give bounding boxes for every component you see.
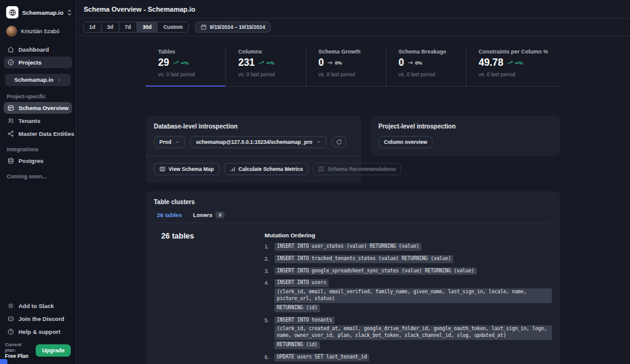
stat-constraints-value: 49.78	[479, 57, 503, 68]
range-button-custom[interactable]: Custom	[157, 22, 188, 32]
sql-returning: RETURNING (id)	[274, 341, 320, 349]
sql-returning: RETURNING (id)	[274, 304, 320, 312]
sql-columns: (clerk_id, created_at, email, google_dri…	[274, 325, 552, 340]
stat-constraints-per-column[interactable]: Constraints per Column % 49.78 ∞% vs. 0 …	[466, 47, 560, 86]
stat-tables[interactable]: Tables 29 ∞% vs. 0 last period	[146, 47, 225, 86]
section-label-project-specific: Project-specific	[4, 90, 72, 101]
trend-up-badge: ∞%	[258, 60, 274, 66]
mutation-item: 4. INSERT INTO users (clerk_id, email, e…	[265, 279, 552, 313]
date-range-picker[interactable]: 9/15/2024 – 10/15/2024	[195, 22, 271, 33]
sidebar-item-tenants[interactable]: Tenants	[4, 115, 72, 127]
slack-icon	[7, 303, 14, 309]
mutation-item: 1. INSERT INTO user_states (value) RETUR…	[265, 243, 552, 252]
chevron-down-icon	[175, 140, 180, 144]
trend-up-badge: ∞%	[507, 60, 523, 66]
sidebar-item-add-to-slack[interactable]: Add to Slack	[4, 300, 72, 312]
section-label-integrations: Integrations	[4, 140, 72, 154]
range-button-3d[interactable]: 3d	[101, 22, 119, 32]
content: Tables 29 ∞% vs. 0 last period Columns 2…	[76, 36, 630, 364]
calendar-icon	[201, 24, 207, 30]
sidebar-item-projects[interactable]: Projects	[4, 57, 72, 68]
sidebar-item-master-data-entities[interactable]: Master Data Entities	[4, 128, 72, 140]
book-icon	[318, 166, 324, 172]
introspection-cards: Database-level introspection Prod schema…	[146, 116, 630, 183]
bar-chart-icon	[229, 166, 236, 172]
sidebar-item-join-discord[interactable]: Join the Discord	[4, 313, 72, 325]
schemamap-logo-icon	[6, 6, 18, 18]
database-introspection-card: Database-level introspection Prod schema…	[146, 116, 361, 183]
env-select[interactable]: Prod	[154, 136, 185, 148]
avatar	[6, 26, 17, 37]
chevron-down-icon	[57, 77, 62, 82]
check-circle-icon	[7, 59, 14, 66]
trend-up-icon	[507, 60, 513, 65]
arrow-right-icon	[327, 60, 333, 65]
range-button-30d[interactable]: 30d	[137, 22, 158, 32]
stat-schema-breakage-value: 0	[399, 57, 404, 68]
filter-bar: 1d 3d 7d 30d Custom 9/15/2024 – 10/15/20…	[76, 18, 630, 36]
sql-statement: INSERT INTO users	[274, 279, 329, 287]
sql-statement: INSERT INTO google_spreadsheet_sync_stat…	[274, 267, 477, 275]
schema-recommendations-button[interactable]: Schema Recommendations	[313, 163, 401, 175]
mutation-item: 5. INSERT INTO tenants (clerk_id, create…	[265, 317, 552, 350]
sidebar-item-help-support[interactable]: Help & support	[4, 326, 72, 338]
trend-up-badge: ∞%	[173, 60, 189, 66]
postgres-icon	[7, 157, 14, 164]
stat-schema-growth-value: 0	[319, 57, 324, 68]
refresh-icon	[336, 139, 342, 145]
sidebar-item-dashboard[interactable]: Dashboard	[4, 44, 72, 55]
calculate-schema-metrics-button[interactable]: Calculate Schema Metrics	[224, 163, 309, 175]
active-stat-indicator	[146, 85, 225, 87]
range-button-1d[interactable]: 1d	[84, 22, 101, 32]
stat-schema-breakage[interactable]: Schema Breakage 0 0% vs. 0 last period	[386, 47, 466, 86]
stats-row: Tables 29 ∞% vs. 0 last period Columns 2…	[146, 47, 560, 87]
sidebar-item-schema-overview[interactable]: Schema Overview	[4, 102, 72, 114]
view-schema-map-button[interactable]: View Schema Map	[154, 163, 220, 175]
stat-columns[interactable]: Columns 231 ∞% vs. 0 last period	[225, 47, 305, 86]
workspace-switcher[interactable]: Schemamap.io	[4, 5, 72, 23]
main-area: Schema Overview - Schemamap.io 1d 3d 7d …	[76, 0, 630, 364]
discord-icon	[7, 315, 14, 322]
page-title: Schema Overview - Schemamap.io	[76, 0, 630, 18]
column-overview-button[interactable]: Column overview	[378, 136, 433, 148]
user-menu[interactable]: Krisztián Szabó	[4, 23, 72, 43]
project-select[interactable]: Schemamap.io	[5, 74, 71, 86]
user-name: Krisztián Szabó	[21, 28, 60, 34]
sql-columns: (clerk_id, email, email_verified, family…	[274, 288, 552, 303]
workspace-name: Schemamap.io	[22, 9, 63, 16]
range-button-7d[interactable]: 7d	[119, 22, 137, 32]
loners-count-badge: 3	[215, 212, 224, 218]
tab-loners[interactable]: Loners 3	[193, 212, 225, 218]
sidebar-item-postgres[interactable]: Postgres	[4, 155, 72, 167]
plan-name: Free Plan	[5, 353, 33, 359]
tab-26-tables[interactable]: 26 tables	[157, 212, 182, 218]
mutation-item: 2. INSERT INTO tracked_tenants_states (v…	[265, 255, 552, 264]
stat-tables-value: 29	[158, 57, 169, 68]
upgrade-button[interactable]: Upgrade	[36, 344, 71, 357]
connection-select[interactable]: schemamap@127.0.0.1:15234/schemamap_pro	[190, 136, 326, 148]
trend-flat-badge: 0%	[408, 60, 423, 66]
cluster-heading: 26 tables	[161, 232, 265, 240]
map-icon	[159, 166, 165, 172]
sidebar: Schemamap.io Krisztián Szabó Dashboard P…	[0, 0, 76, 364]
refresh-button[interactable]	[332, 136, 346, 148]
table-clusters-card: Table clusters 26 tables Loners 3 26 tab…	[146, 191, 560, 364]
house-icon	[7, 46, 14, 53]
arrow-right-icon	[408, 60, 413, 65]
mutation-ordering-title: Mutation Ordering	[265, 232, 552, 239]
trend-up-icon	[258, 60, 265, 65]
sql-statement: INSERT INTO user_states (value) RETURNIN…	[274, 243, 421, 251]
help-circle-icon	[7, 328, 14, 335]
cluster-tabs: 26 tables Loners 3	[157, 212, 549, 223]
stat-columns-value: 231	[238, 57, 255, 68]
mutation-item: 3. INSERT INTO google_spreadsheet_sync_s…	[265, 267, 552, 277]
share-nodes-icon	[7, 130, 14, 137]
mutation-item: 6. UPDATE users SET last_tenant_id	[265, 354, 552, 363]
sql-statement: INSERT INTO tenants	[274, 317, 335, 325]
schema-icon	[7, 105, 14, 111]
current-plan-label: Current plan:	[5, 342, 33, 353]
chat-widget-peek[interactable]	[0, 359, 7, 364]
stat-schema-growth[interactable]: Schema Growth 0 0% vs. 0 last period	[306, 47, 386, 86]
users-icon	[7, 117, 14, 124]
range-segmented-control: 1d 3d 7d 30d Custom	[83, 22, 189, 33]
